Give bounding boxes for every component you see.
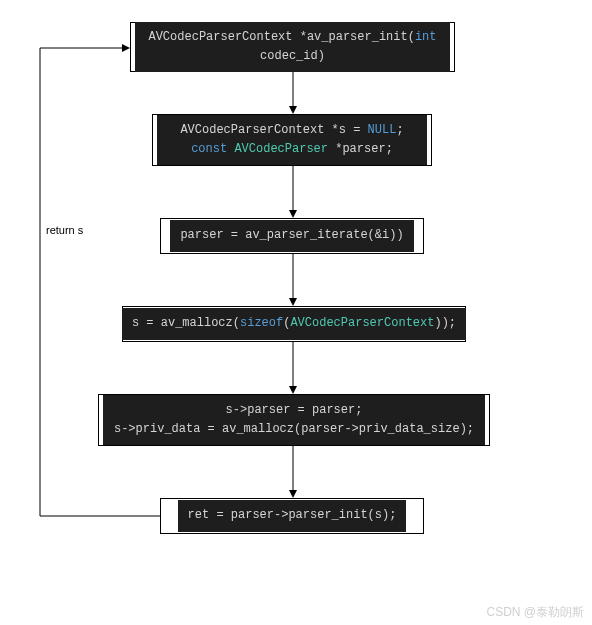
node-parser-assign: s->parser = parser; s->priv_data = av_ma… — [98, 394, 490, 446]
keyword-sizeof: sizeof — [240, 316, 283, 330]
node-code: AVCodecParserContext *s = NULL; const AV… — [157, 115, 427, 165]
svg-marker-5 — [289, 298, 297, 306]
keyword-null: NULL — [368, 123, 397, 137]
arrow-5-6 — [287, 446, 299, 498]
node-context-decl: AVCodecParserContext *s = NULL; const AV… — [152, 114, 432, 166]
node-parser-init-call: ret = parser->parser_init(s); — [160, 498, 424, 534]
code-text: AVCodecParserContext *av_parser_init( — [148, 30, 414, 44]
code-text: AVCodecParserContext *s = — [180, 123, 367, 137]
code-text: parser = av_parser_iterate(&i)) — [180, 228, 403, 242]
code-text: s->parser = parser; — [226, 403, 363, 417]
node-parser-iterate: parser = av_parser_iterate(&i)) — [160, 218, 424, 254]
code-text: ret = parser->parser_init(s); — [188, 508, 397, 522]
code-text: )); — [434, 316, 456, 330]
code-text: *parser; — [328, 142, 393, 156]
code-text: s->priv_data = av_mallocz(parser->priv_d… — [114, 422, 474, 436]
svg-marker-9 — [289, 490, 297, 498]
svg-marker-10 — [122, 44, 130, 52]
svg-marker-3 — [289, 210, 297, 218]
code-text: s = av_mallocz( — [132, 316, 240, 330]
watermark: CSDN @泰勒朗斯 — [486, 604, 584, 621]
keyword-const: const — [191, 142, 227, 156]
keyword-int: int — [415, 30, 437, 44]
arrow-2-3 — [287, 166, 299, 218]
node-av-parser-init: AVCodecParserContext *av_parser_init(int… — [130, 22, 455, 72]
arrow-4-5 — [287, 342, 299, 394]
node-av-mallocz: s = av_mallocz(sizeof(AVCodecParserConte… — [122, 306, 466, 342]
node-code: AVCodecParserContext *av_parser_init(int… — [135, 22, 450, 72]
type-avcodecparsercontext: AVCodecParserContext — [290, 316, 434, 330]
node-code: s->parser = parser; s->priv_data = av_ma… — [103, 395, 485, 445]
arrow-3-4 — [287, 254, 299, 306]
svg-marker-7 — [289, 386, 297, 394]
edge-label-return: return s — [46, 224, 83, 236]
flowchart-canvas: AVCodecParserContext *av_parser_init(int… — [0, 0, 592, 625]
arrow-1-2 — [287, 72, 299, 114]
svg-marker-1 — [289, 106, 297, 114]
node-code: s = av_mallocz(sizeof(AVCodecParserConte… — [122, 308, 466, 339]
node-code: ret = parser->parser_init(s); — [178, 500, 407, 531]
code-text: ; — [396, 123, 403, 137]
node-code: parser = av_parser_iterate(&i)) — [170, 220, 413, 251]
arrow-return-loop — [30, 40, 166, 540]
type-avcodecparser: AVCodecParser — [234, 142, 328, 156]
code-text: codec_id) — [260, 49, 325, 63]
